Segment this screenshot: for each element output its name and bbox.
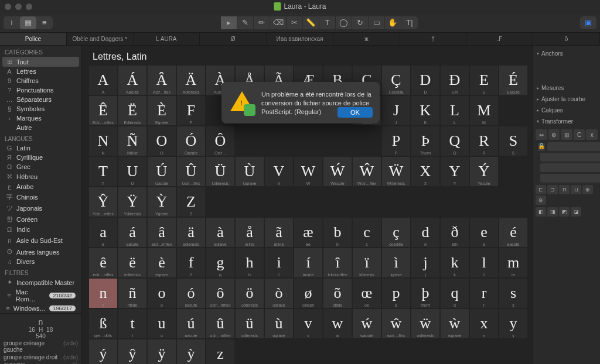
rotate-val[interactable]	[540, 163, 600, 172]
category-chiffres[interactable]: 9Chiffres	[2, 76, 79, 85]
glyph-n[interactable]: nn	[89, 279, 117, 308]
glyph-Wacute[interactable]: ẂWacute	[323, 157, 352, 186]
alert-ok-button[interactable]: OK	[338, 107, 373, 118]
glyph-K[interactable]: KK	[411, 96, 439, 125]
glyph-Z[interactable]: ZZ	[177, 187, 205, 217]
glyph-Eacute[interactable]: ÉEacute	[499, 66, 527, 95]
glyph-F[interactable]: FF	[177, 96, 205, 125]
glyph-wacute[interactable]: ẃwacute	[353, 309, 381, 338]
glyph-s[interactable]: ss	[499, 279, 527, 308]
op3[interactable]: ⊓	[559, 185, 570, 194]
scale-val-2[interactable]	[540, 153, 600, 162]
mirror-h[interactable]: ⇔	[536, 129, 547, 140]
glyph-acir…mflex[interactable]: âacir…mflex	[148, 218, 176, 247]
glyph-g[interactable]: gg	[206, 248, 234, 277]
lang-coréen[interactable]: 한Coréen	[2, 214, 79, 225]
glyph-iacute[interactable]: íiacute	[294, 248, 322, 277]
op6[interactable]: ⊖	[536, 195, 546, 205]
scale-val-1[interactable]	[547, 142, 600, 151]
insp-mesures[interactable]: Mesures	[536, 83, 598, 94]
glyph-Adieresis[interactable]: ÄAdieresis	[177, 66, 205, 95]
glyph-ntilde[interactable]: ñntilde	[118, 279, 146, 308]
glyph-o[interactable]: oo	[148, 279, 176, 308]
tab-4[interactable]: Ива вавилонская	[267, 33, 333, 45]
glyph-adieresis[interactable]: äadieresis	[177, 218, 205, 247]
text-tool[interactable]: T	[319, 16, 336, 29]
glyph-wcir…flex[interactable]: ŵwcir…flex	[382, 309, 410, 338]
glyph-v[interactable]: vv	[294, 309, 322, 338]
glyph-T[interactable]: TT	[89, 157, 117, 186]
knife-tool[interactable]: ✂	[287, 16, 303, 29]
tab-3[interactable]: Ø	[200, 33, 267, 45]
tab-8[interactable]: ō	[533, 33, 600, 45]
scale-x[interactable]: x	[586, 129, 598, 140]
tab-5[interactable]: ж	[333, 33, 400, 45]
glyph-otilde[interactable]: õotilde	[323, 279, 352, 308]
glyph-Ycir…mflex[interactable]: ŶYcir…mflex	[89, 187, 117, 217]
grid-view-button[interactable]: ▦	[20, 16, 36, 29]
glyph-A[interactable]: AA	[89, 66, 117, 95]
minimize-dot[interactable]	[15, 4, 22, 10]
op7[interactable]: ◧	[536, 207, 546, 217]
glyph-J[interactable]: JJ	[382, 96, 410, 125]
op4[interactable]: ⊔	[571, 185, 581, 194]
glyph-oacute[interactable]: óoacute	[177, 279, 205, 308]
glyph-ger…dbls[interactable]: ßger…dbls	[89, 309, 117, 338]
tab-6[interactable]: †	[400, 33, 467, 45]
glyph-udieresis[interactable]: üudieresis	[236, 309, 264, 338]
glyph-Egrave[interactable]: ÈEgrave	[148, 96, 176, 125]
glyph-O[interactable]: OO	[148, 126, 176, 156]
measure-tool[interactable]: 📏	[303, 16, 319, 29]
op10[interactable]: ◪	[571, 207, 581, 217]
mirror-v[interactable]: ⊕	[548, 129, 560, 140]
glyph-P[interactable]: PP	[382, 126, 410, 156]
glyph-x[interactable]: xx	[470, 309, 498, 338]
glyph-h[interactable]: hh	[236, 248, 264, 277]
glyph-idieresis[interactable]: ïidieresis	[353, 248, 381, 277]
glyph-ugrave[interactable]: ùugrave	[265, 309, 293, 338]
shape-tool[interactable]: ◯	[336, 16, 352, 29]
category-symboles[interactable]: §Symboles	[2, 104, 79, 114]
glyph-f[interactable]: ff	[177, 248, 205, 277]
glyph-Ntilde[interactable]: ÑNtilde	[118, 126, 146, 156]
glyph-r[interactable]: rr	[470, 279, 498, 308]
glyph-m[interactable]: mm	[499, 248, 527, 277]
right-panel-toggle[interactable]: ▣	[580, 16, 596, 29]
glyph-ucir…mflex[interactable]: ûucir…mflex	[206, 309, 234, 338]
glyph-ygrave[interactable]: ỳygrave	[177, 339, 205, 364]
glyph-odieresis[interactable]: öodieresis	[236, 279, 264, 308]
glyph-Oacute[interactable]: ÓOacute	[177, 126, 205, 156]
glyph-R[interactable]: RR	[470, 126, 498, 156]
glyph-aacute[interactable]: áaacute	[118, 218, 146, 247]
glyph-Yacute[interactable]: ÝYacute	[470, 157, 498, 186]
op9[interactable]: ◩	[559, 207, 570, 217]
exporter-check[interactable]: ☑	[73, 362, 78, 364]
glyph-Q[interactable]: QQ	[441, 126, 469, 156]
glyph-a[interactable]: aa	[89, 218, 117, 247]
glyph-c[interactable]: cc	[353, 218, 381, 247]
glyph-ecir…mflex[interactable]: êecir…mflex	[89, 248, 117, 277]
glyph-E[interactable]: EE	[470, 66, 498, 95]
lang-cyrillique[interactable]: ЯCyrillique	[2, 153, 79, 162]
info-view-button[interactable]: i	[4, 16, 20, 29]
op1[interactable]: ⊏	[536, 185, 546, 194]
glyph-u[interactable]: uu	[148, 309, 176, 338]
insp-transformer[interactable]: Transformer	[536, 116, 598, 127]
glyph-Ccedilla[interactable]: ÇCcedilla	[382, 66, 410, 95]
glyph-eacute[interactable]: éeacute	[499, 218, 527, 247]
glyph-L[interactable]: LL	[441, 96, 469, 125]
tab-7[interactable]: .F	[466, 33, 533, 45]
glyph-Udieresis[interactable]: ÜUdieresis	[206, 157, 234, 186]
glyph-ae[interactable]: æae	[294, 218, 322, 247]
insp-anchors[interactable]: Anchors	[536, 48, 598, 59]
glyph-p[interactable]: pp	[382, 279, 410, 308]
category-marques[interactable]: ‹Marques	[2, 114, 79, 123]
scale-c[interactable]: C	[574, 129, 585, 140]
lock-icon[interactable]: 🔒	[538, 143, 545, 151]
glyph-wdieresis[interactable]: ẅwdieresis	[411, 309, 439, 338]
bbox-tool[interactable]: ▭	[369, 16, 385, 29]
close-dot[interactable]	[5, 4, 11, 10]
glyph-ycir…flex[interactable]: ŷycir…flex	[118, 339, 146, 364]
insp-calques[interactable]: Calques	[536, 105, 598, 116]
category-séparateurs[interactable]: …Séparateurs	[2, 95, 79, 104]
